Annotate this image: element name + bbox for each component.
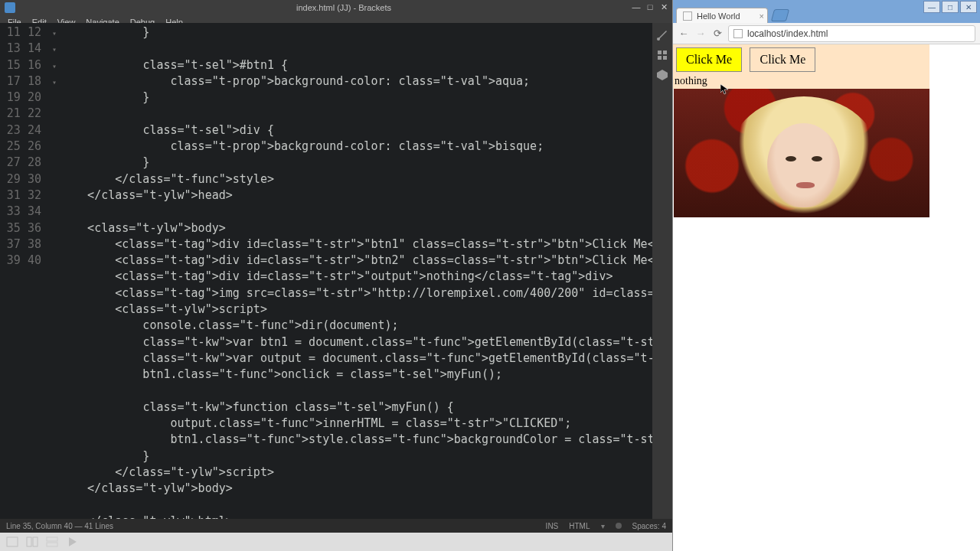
line-number-gutter[interactable]: 11 12 13 14 15 16 17 18 19 20 21 22 23 2… <box>0 23 52 519</box>
tab-close-icon[interactable]: × <box>760 11 764 21</box>
status-ins[interactable]: INS <box>546 522 559 530</box>
split-none-icon[interactable] <box>6 536 18 548</box>
chrome-minimize-icon[interactable]: — <box>923 1 940 13</box>
brackets-statusbar: Line 35, Column 40 — 41 Lines INS HTML ▾… <box>0 519 672 533</box>
split-horiz-icon[interactable] <box>46 536 58 548</box>
svg-rect-3 <box>658 56 662 60</box>
chrome-tab-active[interactable]: Hello World × <box>676 8 768 23</box>
brackets-title: index.html (JJ) - Brackets <box>296 3 391 12</box>
maximize-icon[interactable]: □ <box>643 0 657 14</box>
fold-gutter[interactable]: ▾ ▾ ▾ ▾ <box>52 23 60 519</box>
live-preview-icon[interactable] <box>656 29 668 41</box>
svg-rect-4 <box>663 56 667 60</box>
status-spaces[interactable]: Spaces: 4 <box>632 522 666 530</box>
play-icon[interactable] <box>66 536 78 548</box>
site-icon <box>733 29 743 38</box>
forward-icon[interactable]: → <box>694 28 707 39</box>
chrome-close-icon[interactable]: ✕ <box>960 1 977 13</box>
svg-rect-5 <box>7 537 18 546</box>
favicon-icon <box>683 11 692 21</box>
svg-rect-8 <box>47 537 57 541</box>
editor-area[interactable]: 11 12 13 14 15 16 17 18 19 20 21 22 23 2… <box>0 23 652 519</box>
svg-rect-1 <box>658 51 662 54</box>
split-vert-icon[interactable] <box>26 536 38 548</box>
page-btn2[interactable]: Click Me <box>750 47 815 72</box>
chrome-maximize-icon[interactable]: □ <box>942 1 959 13</box>
svg-rect-6 <box>27 537 31 546</box>
back-icon[interactable]: ← <box>678 28 690 39</box>
new-tab-button[interactable] <box>771 9 789 21</box>
page-output: nothing <box>673 75 929 89</box>
brackets-window: index.html (JJ) - Brackets — □ ✕ File Ed… <box>0 0 672 551</box>
svg-rect-9 <box>47 543 57 546</box>
cursor-position: Line 35, Column 40 — 41 Lines <box>6 522 113 530</box>
svg-rect-7 <box>33 537 38 546</box>
tab-title: Hello World <box>697 11 740 21</box>
page-image <box>674 89 929 217</box>
reload-icon[interactable]: ⟳ <box>711 28 724 39</box>
brackets-right-rail <box>652 23 672 519</box>
extract-icon[interactable] <box>656 69 668 81</box>
brackets-titlebar[interactable]: index.html (JJ) - Brackets — □ ✕ <box>0 0 672 15</box>
minimize-icon[interactable]: — <box>629 0 643 14</box>
url-text: localhost/index.html <box>747 28 828 39</box>
code-content[interactable]: } class="t-sel">#btn1 { class="t-prop">b… <box>60 23 652 519</box>
page-btn1[interactable]: Click Me <box>676 47 742 72</box>
status-dot-icon <box>616 523 622 529</box>
extensions-icon[interactable] <box>656 49 668 61</box>
chrome-toolbar: ← → ⟳ localhost/index.html <box>673 23 980 44</box>
chrome-window: — □ ✕ Hello World × ← → ⟳ localhost/inde… <box>672 0 980 551</box>
page-viewport: Click Me Click Me nothing <box>673 44 980 551</box>
svg-rect-2 <box>663 51 667 54</box>
close-icon[interactable]: ✕ <box>657 0 671 14</box>
chrome-frame[interactable]: — □ ✕ <box>673 0 980 6</box>
brackets-logo-icon <box>5 2 15 13</box>
address-bar[interactable]: localhost/index.html <box>728 25 975 42</box>
status-lang[interactable]: HTML <box>569 522 590 530</box>
svg-point-0 <box>657 37 660 41</box>
brackets-bottombar <box>0 533 672 551</box>
